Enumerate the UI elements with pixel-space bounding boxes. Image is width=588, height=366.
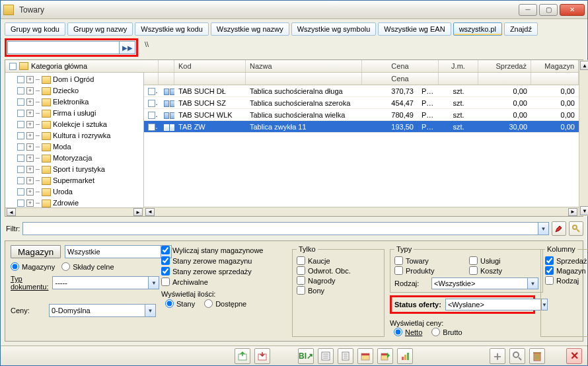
close-list-button[interactable]: ✕	[566, 348, 582, 364]
expand-icon[interactable]: +	[26, 155, 34, 162]
tree-node[interactable]: +Sport i turystyka	[5, 164, 143, 175]
expand-icon[interactable]: +	[26, 121, 34, 128]
sklady-celne-radio[interactable]: Składy celne	[61, 262, 114, 272]
expand-icon[interactable]: +	[26, 98, 34, 106]
search-go-button[interactable]: ▶▶	[120, 41, 135, 54]
col-nazwa[interactable]: Nazwa	[246, 60, 362, 72]
dostepne-radio[interactable]: Dostępne	[204, 299, 246, 309]
expand-icon[interactable]: +	[26, 76, 34, 83]
delete-button[interactable]	[529, 348, 545, 364]
status-oferty-combo[interactable]	[445, 299, 542, 311]
expand-icon[interactable]: +	[26, 87, 34, 94]
filter-input[interactable]	[22, 222, 538, 235]
towary-checkbox[interactable]: Towary	[394, 256, 464, 266]
tab-wszystkie-wg-ean[interactable]: Wszystkie wg EAN	[378, 22, 451, 36]
tab-wszystkie-wg-nazwy[interactable]: Wszystkie wg nazwy	[211, 22, 289, 36]
tree-node[interactable]: +Motoryzacja	[5, 153, 143, 164]
magazyn-combo[interactable]	[65, 245, 161, 258]
tab-wszystko-pl[interactable]: wszystko.pl	[453, 22, 502, 36]
tree-checkbox[interactable]	[17, 87, 24, 94]
col-cena-group[interactable]: Cena	[362, 60, 439, 72]
add-button[interactable]: ＋	[490, 348, 505, 364]
table-row[interactable]: TAB ZWTablica zwykła 11193,50PLNszt.30,0…	[144, 121, 579, 133]
scroll-right-icon[interactable]: ►	[568, 208, 577, 216]
tree-horizontal-scrollbar[interactable]: ◄ ►	[5, 207, 144, 216]
scroll-left-icon[interactable]: ◄	[145, 208, 155, 216]
scroll-right-icon[interactable]: ►	[133, 208, 143, 216]
tree-node[interactable]: +Supermarket	[5, 175, 143, 186]
minimize-button[interactable]: ─	[519, 4, 537, 16]
row-checkbox[interactable]	[148, 100, 155, 107]
bi-button[interactable]: BI↗	[298, 348, 314, 364]
tree-checkbox[interactable]	[17, 132, 24, 139]
scroll-left-icon[interactable]: ◄	[7, 208, 16, 216]
row-checkbox[interactable]	[148, 88, 155, 95]
tree-node[interactable]: +Uroda	[5, 186, 143, 198]
col-kod[interactable]: Kod	[174, 60, 246, 72]
stany-zerowe-sprzedazy-checkbox[interactable]: Stany zerowe sprzedaży	[161, 266, 287, 276]
col-cena[interactable]: Cena	[362, 73, 439, 85]
maximize-button[interactable]: ▢	[539, 4, 558, 16]
tree-checkbox[interactable]	[17, 76, 24, 83]
netto-radio[interactable]: Netto	[394, 327, 422, 337]
calendar-button[interactable]	[357, 348, 373, 364]
expand-icon[interactable]: +	[26, 188, 34, 196]
uslugi-checkbox[interactable]: Usługi	[469, 256, 538, 266]
list-button[interactable]	[318, 348, 334, 364]
tree-checkbox[interactable]	[17, 188, 24, 196]
tree-header[interactable]: Kategoria główna	[5, 60, 144, 73]
expand-icon[interactable]: +	[26, 110, 34, 117]
tree-checkbox[interactable]	[17, 177, 24, 184]
search-button[interactable]	[509, 348, 525, 364]
category-tree[interactable]: +Dom i Ogród+Dziecko+Elektronika+Firma i…	[5, 73, 144, 207]
chevron-down-icon[interactable]: ▼	[145, 304, 156, 317]
scroll-up-icon[interactable]: ▲	[580, 61, 588, 70]
chevron-down-icon[interactable]: ▼	[538, 222, 549, 235]
chevron-down-icon[interactable]: ▼	[149, 276, 159, 289]
koszty-checkbox[interactable]: Koszty	[469, 266, 538, 275]
import-button[interactable]	[254, 348, 270, 364]
stany-radio[interactable]: Stany	[165, 299, 195, 309]
rodzaj-combo[interactable]	[431, 277, 528, 289]
grid-horizontal-scrollbar[interactable]: ◄ ►	[144, 207, 579, 216]
tree-node[interactable]: +Dom i Ogród	[5, 74, 143, 85]
tab-grupy-wg-kodu[interactable]: Grupy wg kodu	[5, 22, 65, 36]
produkty-checkbox[interactable]: Produkty	[394, 266, 464, 275]
kol-rodzaj-checkbox[interactable]: Rodzaj	[545, 275, 588, 285]
kol-sprzedaz-checkbox[interactable]: Sprzedaż	[545, 256, 588, 266]
brutto-radio[interactable]: Brutto	[431, 327, 462, 337]
tree-node[interactable]: +Elektronika	[5, 96, 143, 108]
table-row[interactable]: TAB SUCH DŁTablica suchościeralna długa3…	[144, 85, 579, 97]
kaucje-checkbox[interactable]: Kaucje	[297, 256, 380, 266]
tab-wszystkie-wg-symbolu[interactable]: Wszystkie wg symbolu	[291, 22, 377, 36]
expand-icon[interactable]: +	[26, 132, 34, 139]
wyliczaj-stany-checkbox[interactable]: Wyliczaj stany magazynowe	[161, 245, 287, 255]
tree-node[interactable]: +Firma i usługi	[5, 108, 143, 119]
doc-button[interactable]	[338, 348, 353, 364]
magazyn-button[interactable]: Magazyn	[11, 245, 61, 258]
magazyny-radio[interactable]: Magazyny	[11, 262, 55, 272]
stany-zerowe-magazynu-checkbox[interactable]: Stany zerowe magazynu	[161, 256, 287, 266]
grid-vertical-scrollbar[interactable]: ▲ ▼	[579, 60, 588, 216]
close-button[interactable]: ✕	[560, 4, 585, 16]
tree-node[interactable]: +Dziecko	[5, 85, 143, 96]
tree-node[interactable]: +Moda	[5, 141, 143, 153]
row-checkbox[interactable]	[148, 124, 155, 131]
export-button[interactable]	[235, 348, 250, 364]
tree-checkbox[interactable]	[17, 121, 24, 128]
tree-header-checkbox[interactable]	[9, 63, 17, 70]
table-row[interactable]: TAB SUCH WLKTablica suchościeralna wielk…	[144, 109, 579, 121]
tree-node[interactable]: +Zdrowie	[5, 198, 143, 207]
tree-checkbox[interactable]	[17, 166, 24, 173]
row-checkbox[interactable]	[148, 112, 155, 119]
tree-checkbox[interactable]	[17, 155, 24, 162]
bony-checkbox[interactable]: Bony	[297, 285, 380, 295]
expand-icon[interactable]: +	[26, 200, 34, 207]
tree-checkbox[interactable]	[17, 143, 24, 151]
expand-icon[interactable]: +	[26, 143, 34, 151]
kol-magazyn-checkbox[interactable]: Magazyn	[545, 266, 588, 275]
odwrot-obc-checkbox[interactable]: Odwrot. Obc.	[297, 266, 380, 275]
tab-znajd-[interactable]: Znajdź	[504, 22, 538, 36]
search-input[interactable]	[7, 41, 120, 54]
calendar-send-button[interactable]	[377, 348, 393, 364]
